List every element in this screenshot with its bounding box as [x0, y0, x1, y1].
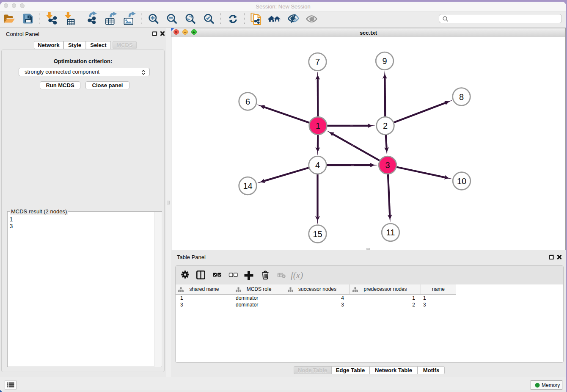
svg-text:8: 8: [459, 92, 464, 102]
svg-text:14: 14: [243, 181, 252, 190]
svg-text:f(x): f(x): [291, 270, 303, 280]
svg-text:11: 11: [386, 228, 395, 237]
svg-text:1: 1: [316, 121, 320, 130]
svg-text:3: 3: [385, 160, 390, 170]
svg-text:15: 15: [313, 229, 322, 239]
svg-text:6: 6: [245, 97, 250, 106]
svg-text:9: 9: [382, 56, 387, 66]
svg-text:2: 2: [383, 121, 388, 130]
svg-text:10: 10: [457, 177, 466, 186]
svg-text:7: 7: [315, 57, 320, 66]
svg-text:4: 4: [315, 160, 320, 170]
